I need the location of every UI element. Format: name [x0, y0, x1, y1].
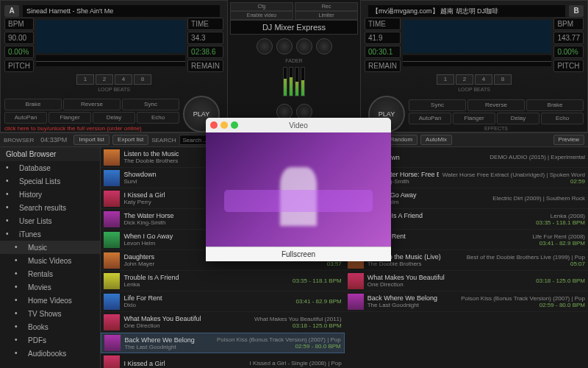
album-art: [104, 314, 120, 330]
deck-b-pitch: 0.00%: [553, 46, 584, 58]
flanger-button[interactable]: Flanger: [49, 112, 91, 124]
autopan-button[interactable]: AutoPan: [4, 112, 47, 124]
album-art: [104, 252, 120, 269]
sidebar-item-music[interactable]: •Music: [0, 241, 100, 254]
deck-b-bpm: 143.77: [553, 32, 584, 44]
sidebar-item-history[interactable]: •History: [0, 188, 100, 201]
album-art: [104, 294, 120, 310]
sidebar-item-itunes[interactable]: •iTunes: [0, 227, 100, 241]
track-row[interactable]: Life For RentDido03:41 - 82.9 BPM: [101, 291, 344, 312]
album-art: [104, 273, 120, 289]
disc-icon: •: [15, 269, 24, 278]
search-icon: •: [6, 203, 15, 212]
track-row[interactable]: Back Where We BelongThe Last GoodnightPo…: [101, 333, 344, 353]
maximize-icon[interactable]: [231, 121, 238, 129]
video-content[interactable]: [206, 132, 391, 247]
sync-button[interactable]: Sync: [409, 99, 466, 111]
brake-button[interactable]: Brake: [526, 99, 584, 111]
deck-a-loop-beats: 1 2 4 8: [4, 74, 223, 85]
deck-b-waveform[interactable]: [403, 20, 552, 53]
deck-a-track-title: Sinead Harnett - She Ain't Me: [23, 5, 220, 17]
enable-video-button[interactable]: Enable video: [230, 11, 293, 20]
video-title: Video: [289, 121, 307, 130]
deck-b-overview[interactable]: [403, 55, 552, 66]
deck-a-waveform[interactable]: [36, 20, 185, 53]
doc-icon: •: [15, 336, 24, 344]
vu-meter: [295, 67, 299, 96]
eq-knob[interactable]: [257, 38, 273, 54]
deck-b: 【mv港mvgang.com】 越南 胡志明 DJ咖啡 B TIME 41.9 …: [360, 0, 588, 132]
track-row[interactable]: Trouble Is A FriendLenka03:35 - 118.1 BP…: [101, 271, 344, 291]
clock: 04:33PM: [37, 136, 71, 144]
video-titlebar[interactable]: Video: [206, 118, 391, 132]
music-icon: •: [6, 230, 15, 238]
deck-a-overview[interactable]: [36, 55, 185, 66]
reverse-button[interactable]: Reverse: [467, 99, 525, 111]
film-icon: •: [15, 283, 24, 291]
automix-button[interactable]: AutoMix: [420, 135, 452, 145]
sidebar-item-tv-shows[interactable]: •TV Shows: [0, 307, 100, 320]
sidebar-item-books[interactable]: •Books: [0, 320, 100, 333]
sidebar-item-user-lists[interactable]: •User Lists: [0, 214, 100, 227]
fullscreen-button[interactable]: Fullscreen: [206, 247, 391, 261]
limiter-button[interactable]: Limiter: [295, 11, 358, 20]
eq-knob[interactable]: [276, 38, 293, 54]
sidebar-item-home-videos[interactable]: •Home Videos: [0, 294, 100, 307]
echo-button[interactable]: Echo: [137, 112, 179, 124]
pitch-label: PITCH: [4, 60, 34, 72]
track-row[interactable]: Back Where We BelongThe Last GoodnightPo…: [345, 291, 588, 312]
note-icon: •: [15, 243, 24, 252]
eq-knob[interactable]: [316, 38, 332, 54]
home-icon: •: [15, 296, 24, 305]
loop-1[interactable]: 1: [76, 74, 94, 85]
unlock-link[interactable]: click here to buy/unlock the full versio…: [4, 125, 179, 132]
brake-button[interactable]: Brake: [4, 99, 62, 110]
sidebar-item-search-results[interactable]: •Search results: [0, 201, 100, 214]
sidebar-item-database[interactable]: •Database: [0, 161, 100, 174]
sidebar-item-movies[interactable]: •Movies: [0, 280, 100, 294]
app-title: DJ Mixer Express: [230, 20, 358, 35]
vu-meter: [301, 67, 305, 96]
track-row[interactable]: What Makes You BeautifulOne DirectionWha…: [101, 312, 344, 333]
db-icon: •: [6, 163, 15, 172]
eq-knob[interactable]: [296, 38, 312, 54]
sidebar-item-audiobooks[interactable]: •Audiobooks: [0, 347, 100, 360]
export-list-button[interactable]: Export list: [112, 135, 148, 145]
reverse-button[interactable]: Reverse: [63, 99, 121, 110]
track-row[interactable]: I Kissed a GirlI Kissed a Girl - Single …: [101, 353, 344, 368]
sidebar-item-rentals[interactable]: •Rentals: [0, 267, 100, 280]
close-icon[interactable]: [210, 121, 218, 129]
album-art: [348, 294, 364, 310]
album-art: [104, 211, 120, 227]
deck-a-time: 34.3: [187, 32, 223, 44]
deck-a-label: A: [4, 5, 19, 17]
time-label: TIME: [187, 18, 223, 30]
loop-2[interactable]: 2: [96, 74, 113, 85]
sidebar-item-pdfs[interactable]: •PDFs: [0, 333, 100, 347]
deck-a-remain: 02:38.6: [187, 46, 223, 58]
loop-8[interactable]: 8: [134, 74, 151, 85]
album-art: [104, 355, 120, 369]
sidebar-item-music-videos[interactable]: •Music Videos: [0, 254, 100, 267]
deck-b-time: 41.9: [365, 32, 401, 44]
delay-button[interactable]: Delay: [93, 112, 135, 124]
tv-icon: •: [15, 309, 24, 318]
sync-button[interactable]: Sync: [122, 99, 179, 110]
star-icon: •: [6, 177, 15, 185]
sidebar-item-special-lists[interactable]: •Special Lists: [0, 174, 100, 188]
track-row[interactable]: What Makes You BeautifulOne Direction03:…: [345, 271, 588, 291]
vu-meter: [283, 67, 287, 96]
vu-meter: [289, 67, 293, 96]
list-icon: •: [6, 216, 15, 225]
rec-button[interactable]: Rec: [295, 2, 358, 11]
import-list-button[interactable]: Import list: [74, 135, 110, 145]
cfg-button[interactable]: Cfg: [230, 2, 293, 11]
video-window[interactable]: Video Fullscreen: [206, 118, 391, 261]
album-art: [348, 273, 364, 289]
book-icon: •: [15, 322, 24, 331]
album-art: [104, 232, 120, 248]
preview-button[interactable]: Preview: [553, 135, 584, 145]
loop-4[interactable]: 4: [115, 74, 132, 85]
video-icon: •: [15, 256, 24, 265]
minimize-icon[interactable]: [220, 121, 228, 129]
